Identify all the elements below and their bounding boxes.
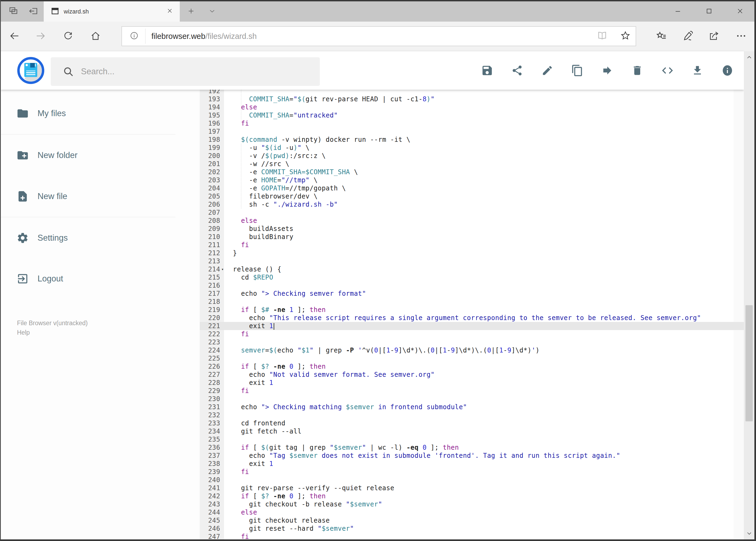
code-line[interactable]: 217 echo "> Checking semver format" xyxy=(200,289,744,297)
rename-button[interactable] xyxy=(538,57,557,84)
code-line[interactable]: 209 buildAssets xyxy=(200,225,744,233)
code-line[interactable]: 204 -e GOPATH=//tmp/gopath \ xyxy=(200,184,744,192)
sidebar-item-my-files[interactable]: My files xyxy=(1,101,175,126)
code-line[interactable]: 235 xyxy=(200,435,744,443)
code-line[interactable]: 247 fi xyxy=(200,533,744,539)
code-line[interactable]: 240 xyxy=(200,476,744,484)
hub-favorites-button[interactable] xyxy=(650,22,672,51)
maximize-button[interactable] xyxy=(697,1,721,22)
info-button[interactable] xyxy=(718,57,737,84)
tab-preview-button[interactable] xyxy=(6,1,21,22)
forward-button[interactable] xyxy=(30,22,51,51)
code-line[interactable]: 220 echo "This release script requires a… xyxy=(200,314,744,322)
url-field[interactable]: filebrowser.web/files/wizard.sh xyxy=(122,26,636,46)
web-note-button[interactable] xyxy=(678,22,699,51)
share-button[interactable] xyxy=(508,57,527,84)
search-input[interactable] xyxy=(81,66,303,77)
code-editor[interactable]: 192193 COMMIT_SHA="$(git rev-parse HEAD … xyxy=(200,90,744,539)
set-tabs-aside-button[interactable] xyxy=(26,1,41,22)
code-line[interactable]: 199 -u "$(id -u)" \ xyxy=(200,144,744,152)
fold-marker-icon[interactable]: ▾ xyxy=(221,265,224,273)
code-line[interactable]: 245 git checkout release xyxy=(200,516,744,525)
code-line[interactable]: 205 filebrowser/dev \ xyxy=(200,192,744,201)
close-window-button[interactable] xyxy=(728,1,752,22)
code-line[interactable]: 214▾release () { xyxy=(200,265,744,273)
code-line[interactable]: 193 COMMIT_SHA="$(git rev-parse HEAD | c… xyxy=(200,95,744,103)
more-options-button[interactable] xyxy=(730,22,752,51)
code-line[interactable]: 218 xyxy=(200,297,744,306)
vertical-scrollbar[interactable] xyxy=(744,51,754,539)
code-line[interactable]: 201 -w //src \ xyxy=(200,160,744,168)
sidebar-item-new-folder[interactable]: New folder xyxy=(1,143,175,168)
help-link[interactable]: Help xyxy=(17,329,30,336)
code-line[interactable]: 212} xyxy=(200,249,744,257)
minimize-button[interactable] xyxy=(666,1,690,22)
copy-button[interactable] xyxy=(568,57,587,84)
source-code-button[interactable] xyxy=(658,57,677,84)
code-line[interactable]: 223 xyxy=(200,338,744,346)
code-line[interactable]: 192 xyxy=(200,90,744,95)
code-line[interactable]: 211 fi xyxy=(200,241,744,249)
move-button[interactable] xyxy=(598,57,617,84)
code-line[interactable]: 194 else xyxy=(200,103,744,111)
code-line[interactable]: 196 fi xyxy=(200,119,744,128)
download-button[interactable] xyxy=(688,57,707,84)
reading-view-icon[interactable] xyxy=(597,30,608,42)
code-line[interactable]: 232 xyxy=(200,411,744,419)
code-line[interactable]: 202 -e COMMIT_SHA=$COMMIT_SHA \ xyxy=(200,168,744,176)
site-info-icon[interactable] xyxy=(129,31,139,41)
code-line[interactable]: 198 $(command -v winpty) docker run --rm… xyxy=(200,136,744,144)
sidebar-item-settings[interactable]: Settings xyxy=(1,226,175,251)
new-tab-button[interactable] xyxy=(183,1,199,22)
filebrowser-logo[interactable] xyxy=(17,57,44,84)
code-line[interactable]: 239 fi xyxy=(200,468,744,476)
scrollbar-thumb[interactable] xyxy=(745,305,753,421)
code-line[interactable]: 208 else xyxy=(200,217,744,225)
sidebar-item-logout[interactable]: Logout xyxy=(1,266,175,291)
code-line[interactable]: 233 cd frontend xyxy=(200,419,744,427)
add-favorite-star-icon[interactable] xyxy=(620,30,631,42)
code-line[interactable]: 236 if [ $(git tag | grep "$semver" | wc… xyxy=(200,443,744,452)
scroll-up-icon[interactable] xyxy=(744,51,754,63)
code-line[interactable]: 242 if [ $? -ne 0 ]; then xyxy=(200,492,744,500)
code-line[interactable]: 227 echo "Not valid semver format. See s… xyxy=(200,370,744,379)
delete-button[interactable] xyxy=(628,57,647,84)
back-button[interactable] xyxy=(4,22,25,51)
code-line[interactable]: 226 if [ $? -ne 0 ]; then xyxy=(200,362,744,370)
code-line[interactable]: 200 -v /$(pwd):/src:z \ xyxy=(200,152,744,160)
tab-close-icon[interactable] xyxy=(166,7,173,15)
save-button[interactable] xyxy=(478,57,497,84)
scroll-down-icon[interactable] xyxy=(744,527,754,539)
code-line[interactable]: 234 git fetch --all xyxy=(200,427,744,435)
code-line[interactable]: 195 COMMIT_SHA="untracked" xyxy=(200,111,744,119)
code-line[interactable]: 231 echo "> Checking matching $semver in… xyxy=(200,403,744,411)
code-line[interactable]: 207 xyxy=(200,209,744,217)
code-line[interactable]: 222 fi xyxy=(200,330,744,338)
code-line[interactable]: 244 else xyxy=(200,508,744,516)
code-line[interactable]: 216 xyxy=(200,281,744,289)
code-line[interactable]: 203 -e HOME="//tmp" \ xyxy=(200,176,744,184)
code-line[interactable]: 238 exit 1 xyxy=(200,460,744,468)
code-line[interactable]: 243 git checkout -b release "$semver" xyxy=(200,500,744,508)
code-line[interactable]: 228 exit 1 xyxy=(200,379,744,387)
code-line[interactable]: 246 git reset --hard "$semver" xyxy=(200,525,744,533)
code-line[interactable]: 230 xyxy=(200,395,744,403)
browser-tab[interactable]: wizard.sh xyxy=(44,1,180,22)
refresh-button[interactable] xyxy=(57,22,79,51)
code-line[interactable]: 197 xyxy=(200,128,744,136)
search-bar[interactable] xyxy=(51,57,320,86)
sidebar-item-new-file[interactable]: New file xyxy=(1,184,175,209)
code-line[interactable]: 221 exit 1 xyxy=(200,322,744,330)
code-line[interactable]: 229 fi xyxy=(200,387,744,395)
code-line[interactable]: 213 xyxy=(200,257,744,265)
share-page-button[interactable] xyxy=(703,22,725,51)
code-line[interactable]: 215 cd $REPO xyxy=(200,273,744,281)
code-line[interactable]: 225 xyxy=(200,354,744,362)
home-button[interactable] xyxy=(85,22,106,51)
tab-list-dropdown[interactable] xyxy=(204,1,220,22)
code-line[interactable]: 241 git rev-parse --verify --quiet relea… xyxy=(200,484,744,492)
code-line[interactable]: 210 buildBinary xyxy=(200,233,744,241)
code-line[interactable]: 237 echo "Tag $semver does not exist in … xyxy=(200,452,744,460)
code-line[interactable]: 219 if [ $# -ne 1 ]; then xyxy=(200,306,744,314)
code-line[interactable]: 206 sh -c "./wizard.sh -b" xyxy=(200,201,744,209)
